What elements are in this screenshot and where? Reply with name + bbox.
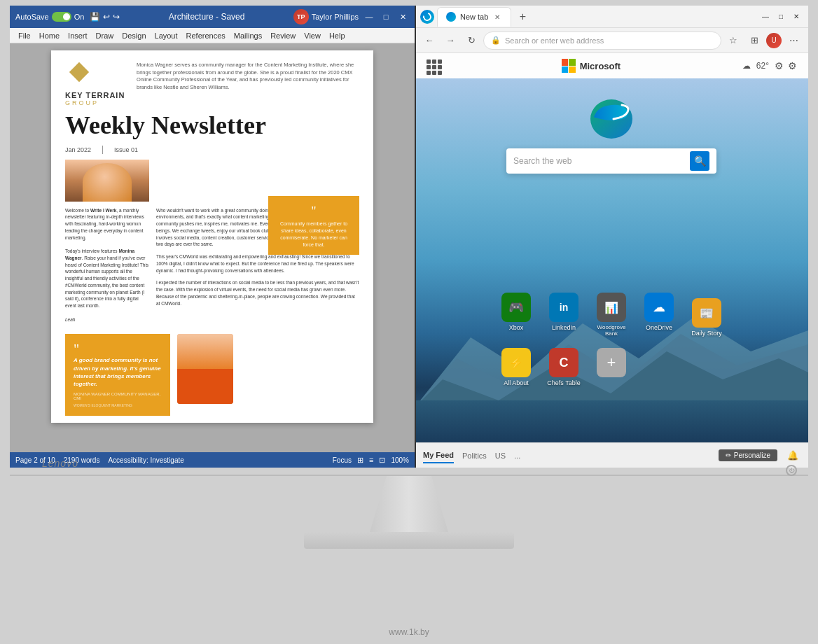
- view-web[interactable]: ⊡: [379, 456, 385, 465]
- newsletter-date: Jan 2022: [65, 146, 91, 153]
- collections-icon[interactable]: ⊞: [745, 31, 763, 50]
- edge-minimize-button[interactable]: —: [759, 10, 772, 23]
- app-icon-daily[interactable]: 📰 Daily Story: [686, 298, 728, 337]
- apps-grid-icon[interactable]: [426, 59, 440, 73]
- portrait-placeholder: [65, 160, 149, 202]
- menu-design[interactable]: Design: [118, 30, 150, 41]
- app-icon-chefs[interactable]: C Chefs Table: [543, 348, 585, 386]
- feed-tab-us[interactable]: US: [495, 449, 506, 463]
- apps-dot: [427, 71, 431, 75]
- view-print[interactable]: ≡: [369, 456, 373, 464]
- weather-area: ☁ 62° ⚙ ⚙: [742, 60, 797, 71]
- page-settings-icon[interactable]: ⚙: [788, 60, 797, 71]
- user-name: Taylor Phillips: [312, 13, 359, 21]
- edge-maximize-button[interactable]: □: [775, 10, 787, 23]
- feed-tab-politics[interactable]: Politics: [462, 449, 487, 463]
- apps-dot: [432, 71, 436, 75]
- menu-review[interactable]: Review: [266, 30, 300, 41]
- menu-file[interactable]: File: [14, 30, 35, 41]
- edge-close-button[interactable]: ✕: [790, 10, 803, 23]
- word-ribbon: File Home Insert Draw Design Layout Refe…: [10, 28, 415, 43]
- edge-content: Microsoft ☁ 62° ⚙ ⚙: [415, 53, 808, 468]
- feed-tab-more[interactable]: ...: [514, 449, 520, 463]
- app-icon-woodgrove[interactable]: 📊 Woodgrove Bank: [590, 293, 632, 337]
- profile-icon[interactable]: U: [766, 33, 782, 48]
- menu-help[interactable]: Help: [325, 30, 349, 41]
- menu-draw[interactable]: Draw: [92, 30, 118, 41]
- allabout-icon-img: ⚡: [501, 348, 531, 377]
- date-line: Jan 2022 Issue 01: [65, 146, 359, 154]
- woodgrove-icon-img: 📊: [597, 293, 626, 322]
- stand-container: [304, 476, 514, 549]
- menu-mailings[interactable]: Mailings: [230, 30, 266, 41]
- key-terrain-logo: KEY TERRAIN GROUP: [65, 62, 128, 106]
- edge-tab-new[interactable]: New tab ✕: [437, 7, 511, 27]
- word-maximize-button[interactable]: □: [380, 10, 392, 23]
- feed-tab-myfeed[interactable]: My Feed: [423, 448, 454, 463]
- search-icon[interactable]: 🔍: [690, 151, 709, 171]
- save-icon[interactable]: 💾: [90, 12, 100, 22]
- water-reflection: [415, 400, 808, 442]
- forward-button[interactable]: →: [441, 31, 459, 50]
- app-icon-allabout[interactable]: ⚡ All About: [495, 348, 537, 386]
- apps-dot: [432, 65, 436, 69]
- edge-logo-container: [587, 92, 636, 144]
- edge-settings-icon[interactable]: ⋯: [784, 31, 803, 50]
- app-icon-xbox[interactable]: 🎮 Xbox: [495, 293, 537, 337]
- pencil-icon: ✏: [726, 451, 731, 459]
- app-icon-onedrive[interactable]: ☁ OneDrive: [638, 293, 680, 337]
- address-placeholder: Search or enter web address: [505, 36, 604, 45]
- edge-search-bar[interactable]: Search the web 🔍: [506, 148, 716, 174]
- monitor-bezel-bottom: [10, 468, 808, 476]
- menu-view[interactable]: View: [300, 30, 325, 41]
- toggle-dot: [63, 13, 70, 20]
- view-normal[interactable]: ⊞: [357, 456, 363, 465]
- new-tab-page: Microsoft ☁ 62° ⚙ ⚙: [415, 53, 808, 468]
- power-button[interactable]: ⏻: [786, 465, 797, 476]
- undo-icon[interactable]: ↩: [103, 12, 110, 22]
- word-title-center: Architecture - Saved: [120, 12, 293, 22]
- date-divider: [102, 146, 103, 154]
- settings-icon[interactable]: ⚙: [775, 60, 784, 71]
- autosave-toggle[interactable]: [52, 12, 71, 22]
- zoom-level[interactable]: 100%: [391, 456, 409, 464]
- menu-insert[interactable]: Insert: [64, 30, 92, 41]
- ms-logo-area: Microsoft: [562, 59, 621, 73]
- redo-icon[interactable]: ↪: [113, 12, 120, 22]
- personalize-button[interactable]: ✏ Personalize: [719, 449, 777, 461]
- window-separator: [415, 6, 416, 468]
- quote-mark: ": [74, 342, 162, 356]
- app-icon-add[interactable]: +: [590, 348, 632, 386]
- app-icon-linkedin[interactable]: in LinkedIn: [543, 293, 585, 337]
- word-page: KEY TERRAIN GROUP Monica Wagner serves a…: [51, 50, 373, 423]
- quote-text-2: A good brand community is not driven by …: [74, 356, 162, 388]
- header-bio-text: Monica Wagner serves as community manage…: [137, 62, 359, 106]
- edge-header-bar: Microsoft ☁ 62° ⚙ ⚙: [415, 53, 808, 78]
- ms-logo: [562, 59, 576, 73]
- search-container: Search the web 🔍: [506, 148, 716, 174]
- notifications-icon[interactable]: 🔔: [786, 449, 800, 463]
- quote-footer: WOMEN'S ELOQUENT MARKETING: [74, 403, 162, 407]
- menu-references[interactable]: References: [182, 30, 230, 41]
- edge-tab-close[interactable]: ✕: [492, 12, 502, 22]
- favorites-icon[interactable]: ☆: [724, 31, 742, 50]
- website-label: www.1k.by: [389, 627, 429, 637]
- edge-favicon: [420, 10, 434, 24]
- menu-home[interactable]: Home: [35, 30, 64, 41]
- weather-temp: 62°: [756, 61, 769, 71]
- address-bar[interactable]: 🔒 Search or enter web address: [483, 31, 721, 50]
- onedrive-label: OneDrive: [646, 324, 672, 331]
- weather-icon: ☁: [742, 61, 751, 71]
- edge-titlebar-right: — □ ✕: [759, 10, 803, 23]
- main-text-3: I expected the number of interactions on…: [156, 279, 359, 307]
- new-tab-button[interactable]: +: [514, 8, 531, 25]
- edge-bottom-bar: My Feed Politics US ... ✏ Personalize 🔔: [415, 442, 808, 468]
- accessibility-status[interactable]: Accessibility: Investigate: [108, 456, 183, 464]
- menu-layout[interactable]: Layout: [151, 30, 182, 41]
- focus-button[interactable]: Focus: [333, 456, 352, 464]
- back-button[interactable]: ←: [420, 31, 438, 50]
- word-document-area[interactable]: KEY TERRAIN GROUP Monica Wagner serves a…: [10, 43, 415, 452]
- refresh-button[interactable]: ↻: [462, 31, 480, 50]
- word-minimize-button[interactable]: —: [363, 10, 375, 23]
- word-close-button[interactable]: ✕: [396, 10, 409, 23]
